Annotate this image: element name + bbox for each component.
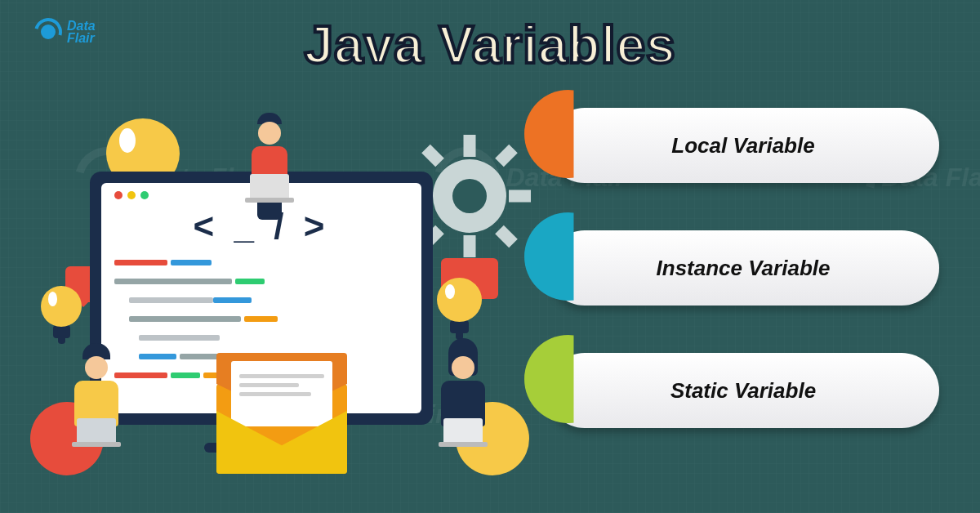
svg-rect-5	[421, 145, 444, 167]
variable-types-list: Local Variable Instance Variable Static …	[547, 108, 939, 428]
page-title: Java Variables	[0, 15, 980, 75]
person-right-icon	[400, 328, 514, 475]
person-left-icon	[45, 328, 159, 475]
pill-accent-circle	[524, 212, 612, 301]
variable-type-pill: Static Variable	[547, 353, 939, 428]
person-sitting-top-icon	[237, 113, 302, 211]
svg-rect-2	[464, 235, 476, 257]
pill-label: Static Variable	[670, 378, 816, 404]
pill-label: Local Variable	[671, 133, 814, 158]
illustration-group: < _ / >	[49, 123, 506, 490]
variable-type-pill: Local Variable	[547, 108, 939, 183]
variable-type-pill: Instance Variable	[547, 230, 939, 306]
svg-rect-6	[495, 145, 518, 167]
svg-rect-4	[509, 190, 531, 203]
envelope-icon	[216, 384, 347, 474]
pill-label: Instance Variable	[657, 256, 831, 281]
pill-accent-circle	[524, 335, 612, 423]
svg-rect-1	[464, 135, 476, 157]
svg-rect-8	[495, 225, 518, 248]
svg-point-9	[452, 179, 487, 213]
